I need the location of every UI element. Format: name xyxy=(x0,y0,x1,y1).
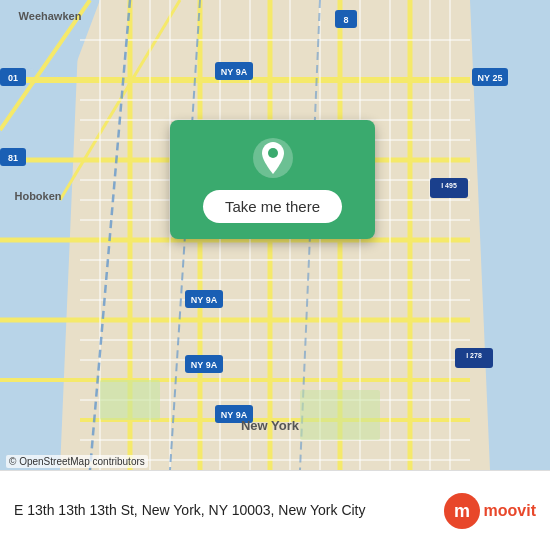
svg-text:m: m xyxy=(454,501,470,521)
svg-text:01: 01 xyxy=(8,73,18,83)
svg-text:81: 81 xyxy=(8,153,18,163)
svg-text:NY 25: NY 25 xyxy=(478,73,503,83)
take-me-there-button[interactable]: Take me there xyxy=(203,190,342,223)
svg-point-72 xyxy=(268,148,278,158)
osm-credit: © OpenStreetMap contributors xyxy=(6,455,148,468)
map-container: NY 9A NY 9A NY 9A NY 9A I 495 I 278 NY 2… xyxy=(0,0,550,470)
moovit-logo: m moovit xyxy=(444,493,536,529)
bottom-bar: E 13th 13th 13th St, New York, NY 10003,… xyxy=(0,470,550,550)
svg-text:New York: New York xyxy=(241,418,300,433)
svg-text:8: 8 xyxy=(343,15,348,25)
svg-text:I 278: I 278 xyxy=(466,352,482,359)
moovit-text: moovit xyxy=(484,502,536,520)
svg-rect-69 xyxy=(100,380,160,420)
svg-text:I 495: I 495 xyxy=(441,182,457,189)
svg-text:Hoboken: Hoboken xyxy=(14,190,61,202)
svg-text:NY 9A: NY 9A xyxy=(191,360,218,370)
svg-text:Weehawken: Weehawken xyxy=(19,10,82,22)
moovit-icon: m xyxy=(444,493,480,529)
location-card: Take me there xyxy=(170,120,375,239)
svg-text:NY 9A: NY 9A xyxy=(221,67,248,77)
svg-rect-70 xyxy=(300,390,380,440)
address-label: E 13th 13th 13th St, New York, NY 10003,… xyxy=(14,502,366,518)
address-text: E 13th 13th 13th St, New York, NY 10003,… xyxy=(14,501,434,521)
svg-text:NY 9A: NY 9A xyxy=(191,295,218,305)
location-pin-icon xyxy=(251,136,295,180)
